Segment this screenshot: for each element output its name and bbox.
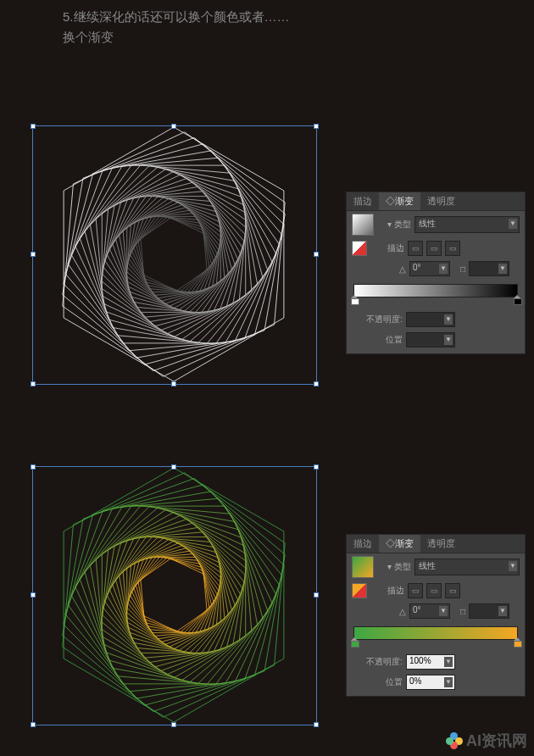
- angle-input[interactable]: 0°▼: [409, 603, 450, 619]
- reverse-gradient-icon[interactable]: [352, 241, 367, 256]
- reverse-gradient-icon[interactable]: [352, 583, 367, 598]
- selection-bounds-top[interactable]: [32, 125, 317, 385]
- angle-label: △: [372, 264, 406, 274]
- watermark: AI资讯网: [446, 731, 527, 751]
- angle-label: △: [372, 607, 406, 616]
- stroke-mode2-button[interactable]: ▭: [426, 583, 442, 598]
- gradient-panel-bottom: 描边 ◇渐变 透明度 ▾ 类型 线性▼ 描边 ▭ ▭ ▭ △ 0°▼ □ ▼ 不…: [346, 534, 526, 697]
- chevron-down-icon: ▼: [444, 677, 453, 687]
- angle-input[interactable]: 0°▼: [409, 261, 450, 276]
- chevron-down-icon: ▼: [498, 264, 507, 274]
- tab-gradient[interactable]: ◇渐变: [379, 192, 420, 210]
- opacity-input[interactable]: ▼: [406, 312, 455, 327]
- gradient-stop-white[interactable]: [351, 295, 358, 303]
- chevron-down-icon: ▼: [444, 335, 453, 345]
- chevron-down-icon: ▼: [498, 606, 507, 616]
- watermark-logo-icon: [446, 732, 463, 749]
- panel-tabbar: 描边 ◇渐变 透明度: [347, 535, 525, 553]
- instruction-text: 5.继续深化的话还可以换个颜色或者…… 换个渐变: [63, 7, 290, 47]
- stroke-label: 描边: [370, 585, 404, 597]
- ratio-icon: □: [453, 264, 465, 274]
- watermark-text: AI资讯网: [466, 731, 527, 751]
- stroke-label: 描边: [370, 242, 404, 254]
- gradient-ramp[interactable]: [353, 284, 518, 297]
- type-label: ▾ 类型: [377, 561, 411, 573]
- type-dropdown[interactable]: 线性▼: [414, 216, 520, 233]
- stroke-mode1-button[interactable]: ▭: [408, 583, 423, 598]
- chevron-down-icon: ▼: [509, 219, 517, 229]
- position-input[interactable]: ▼: [406, 332, 455, 347]
- instruction-line1: 5.继续深化的话还可以换个颜色或者……: [63, 7, 290, 27]
- position-label: 位置: [352, 334, 403, 346]
- chevron-down-icon: ▼: [444, 314, 453, 325]
- opacity-input[interactable]: 100%▼: [406, 654, 455, 670]
- stroke-mode3-button[interactable]: ▭: [445, 583, 460, 598]
- chevron-down-icon: ▼: [439, 264, 448, 274]
- ratio-icon: □: [453, 607, 465, 616]
- instruction-line2: 换个渐变: [63, 27, 290, 47]
- gradient-swatch[interactable]: [352, 214, 374, 236]
- position-label: 位置: [352, 676, 403, 688]
- gradient-panel-top: 描边 ◇渐变 透明度 ▾ 类型 线性▼ 描边 ▭ ▭ ▭ △ 0°▼ □ ▼ 不…: [346, 192, 526, 354]
- stroke-mode3-button[interactable]: ▭: [445, 241, 460, 256]
- ratio-input[interactable]: ▼: [469, 261, 509, 276]
- chevron-down-icon: ▼: [444, 657, 453, 667]
- gradient-stop-green[interactable]: [351, 637, 358, 646]
- stroke-mode1-button[interactable]: ▭: [408, 241, 423, 256]
- opacity-label: 不透明度:: [352, 314, 403, 325]
- panel-tabbar: 描边 ◇渐变 透明度: [347, 192, 525, 211]
- gradient-stop-black[interactable]: [514, 295, 520, 303]
- tab-stroke[interactable]: 描边: [347, 535, 379, 553]
- gradient-swatch[interactable]: [352, 556, 374, 578]
- gradient-stop-orange[interactable]: [514, 637, 520, 646]
- type-dropdown[interactable]: 线性▼: [414, 559, 520, 575]
- opacity-label: 不透明度:: [352, 656, 403, 668]
- position-input[interactable]: 0%▼: [406, 675, 455, 690]
- type-label: ▾ 类型: [377, 219, 411, 231]
- tab-transparency[interactable]: 透明度: [420, 535, 462, 553]
- tab-transparency[interactable]: 透明度: [420, 192, 462, 210]
- gradient-ramp[interactable]: [353, 626, 518, 640]
- chevron-down-icon: ▼: [509, 561, 517, 571]
- stroke-mode2-button[interactable]: ▭: [426, 241, 442, 256]
- chevron-down-icon: ▼: [439, 606, 448, 616]
- selection-bounds-bottom[interactable]: [32, 466, 317, 725]
- ratio-input[interactable]: ▼: [469, 603, 509, 619]
- tab-gradient[interactable]: ◇渐变: [379, 535, 420, 553]
- tab-stroke[interactable]: 描边: [347, 192, 379, 210]
